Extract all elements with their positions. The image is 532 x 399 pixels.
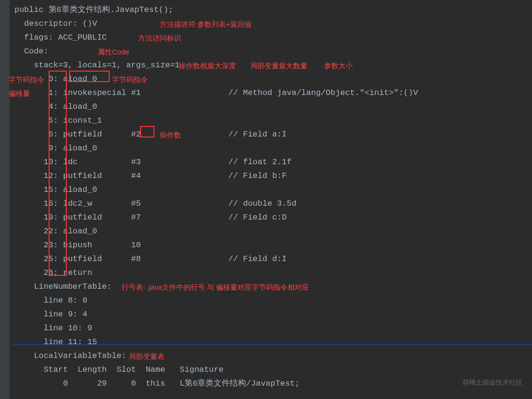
annotation-bytecode-offset-label: 字节码指令 [9, 73, 44, 86]
annotation-offset: 偏移量 [9, 86, 30, 100]
bytecode-line: 12: putfield #4 // Field b:F [10, 169, 532, 183]
code-header-line: Code: [10, 44, 532, 58]
annotation-stack: 操作数栈最大深度 [179, 59, 236, 73]
flags-line: flags: ACC_PUBLIC [10, 31, 532, 44]
bytecode-line: 22: aload_0 [10, 224, 532, 238]
lnt-entry: line 11: 15 [10, 335, 532, 349]
lvt-entry: 0 29 0 this L第6章类文件结构/JavapTest; [10, 377, 532, 390]
annotation-locals: 局部变量最大数量 [250, 59, 307, 73]
bytecode-line: 15: aload_0 [10, 183, 532, 197]
bytecode-line: 0: aload_0 [10, 72, 532, 86]
bytecode-line: 5: iconst_1 [10, 114, 532, 127]
divider-line [13, 344, 532, 345]
bytecode-line: 9: aload_0 [10, 141, 532, 155]
annotation-descriptor: 方法描述符:参数列表+返回值 [160, 17, 252, 31]
lnt-entry: line 10: 9 [10, 321, 532, 335]
annotation-code: 属性Code [98, 45, 129, 59]
bytecode-line: 4: aload_0 [10, 100, 532, 114]
bytecode-line: 6: putfield #2 // Field a:I [10, 127, 532, 141]
method-signature: public 第6章类文件结构.JavapTest(); [10, 3, 532, 17]
lnt-entry: line 9: 4 [10, 307, 532, 321]
bytecode-line: 25: putfield #8 // Field d:I [10, 252, 532, 266]
bytecode-line: 1: invokespecial #1 // Method java/lang/… [10, 86, 532, 100]
bytecode-line: 23: bipush 10 [10, 238, 532, 252]
bytecode-line: 28: return [10, 266, 532, 280]
descriptor-line: descriptor: ()V [10, 17, 532, 31]
watermark: @稀土掘金技术社区 [462, 376, 522, 389]
annotation-bytecode-instr: 字节码指令 [112, 73, 148, 86]
annotation-operand: 操作数 [160, 128, 181, 142]
annotation-lvt: 局部变量表 [129, 349, 164, 363]
lvt-columns: Start Length Slot Name Signature [10, 363, 532, 377]
annotation-args: 参数大小 [324, 59, 353, 73]
bytecode-line: 19: putfield #7 // Field c:D [10, 210, 532, 224]
bytecode-line: 16: ldc2_w #5 // double 3.5d [10, 197, 532, 210]
bytecode-line: 10: ldc #3 // float 2.1f [10, 155, 532, 169]
annotation-lnt: 行号表: .java文件中的行号 与 偏移量对应字节码指令相对应 [122, 280, 309, 294]
annotation-flags: 方法访问标识 [138, 31, 181, 45]
lnt-entry: line 8: 0 [10, 294, 532, 307]
lvt-header: LocalVariableTable: [10, 349, 532, 363]
